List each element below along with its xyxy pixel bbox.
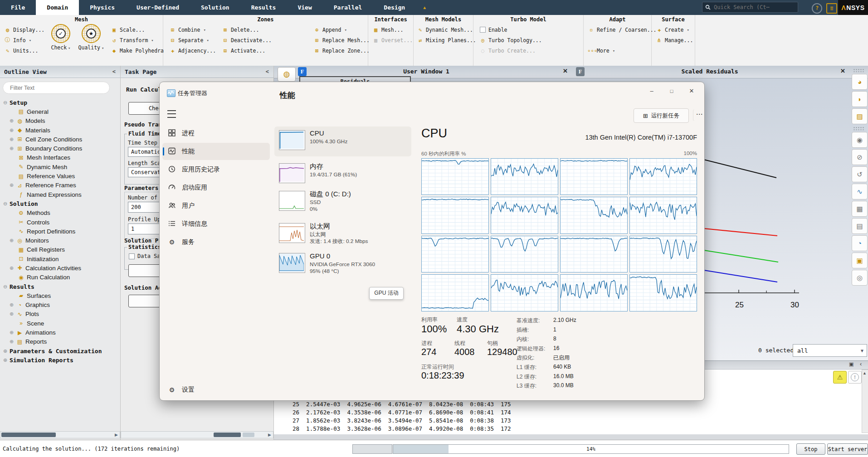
tree-item-solution[interactable]: ⊖Solution bbox=[0, 199, 119, 208]
mixing-planes-button[interactable]: ⇄Mixing Planes... bbox=[416, 35, 476, 45]
replace-zone-button[interactable]: ⊠Replace Zone... bbox=[313, 45, 370, 56]
scroll-thumb[interactable] bbox=[1, 433, 56, 437]
expand-icon[interactable]: ⊕ bbox=[8, 146, 15, 151]
eye-button[interactable]: ◉ bbox=[852, 132, 868, 148]
tree-item-reference-values[interactable]: ▤Reference Values bbox=[0, 171, 119, 180]
scaled-residuals-close-icon[interactable]: ✕ bbox=[840, 68, 845, 74]
tree-item-report-definitions[interactable]: ∿Report Definitions bbox=[0, 227, 119, 236]
tree-item-simulation-reports[interactable]: ⊕Simulation Reports bbox=[0, 355, 119, 365]
menu-tab-user-defined[interactable]: User-Defined bbox=[126, 0, 190, 15]
task-page-collapse-icon[interactable]: < bbox=[266, 68, 269, 75]
tree-item-cell-zone-conditions[interactable]: ⊕⊞Cell Zone Conditions bbox=[0, 135, 119, 144]
doc-panel-icon[interactable]: ≣ bbox=[826, 3, 837, 14]
delete-button[interactable]: ⊠Delete... bbox=[221, 24, 272, 35]
taskmgr-nav-startup-apps[interactable]: 启动应用 bbox=[162, 179, 270, 196]
tree-item-general[interactable]: ▤General bbox=[0, 107, 119, 116]
tree-item-monitors[interactable]: ⊕◎Monitors bbox=[0, 236, 119, 245]
paint-button[interactable]: ◗ bbox=[852, 91, 868, 107]
tree-item-reference-frames[interactable]: ⊕⊿Reference Frames bbox=[0, 181, 119, 190]
info-filter-button[interactable]: ! bbox=[848, 371, 862, 384]
turbo-topology-button[interactable]: ◎Turbo Topology... bbox=[479, 35, 542, 45]
outline-collapse-icon[interactable]: < bbox=[112, 68, 116, 75]
taskpage-hscrollbar[interactable]: ▶ bbox=[121, 431, 273, 438]
taskmgr-nav-users[interactable]: 用户 bbox=[162, 197, 270, 214]
collapse-icon[interactable]: ⊖ bbox=[2, 201, 9, 207]
taskmgr-nav-processes[interactable]: 进程 bbox=[162, 125, 270, 142]
scroll-thumb[interactable] bbox=[214, 433, 241, 437]
check-button[interactable]: ✓Check▾ bbox=[47, 24, 75, 51]
expand-icon[interactable]: ⊕ bbox=[8, 136, 15, 142]
ribbon-collapse-icon[interactable]: ▲ bbox=[416, 0, 433, 15]
maximize-button[interactable]: □ bbox=[662, 85, 682, 97]
dynamic-mesh-button[interactable]: ✎Dynamic Mesh... bbox=[416, 24, 476, 35]
user-window-close-icon[interactable]: ✕ bbox=[563, 68, 568, 74]
menu-tab-view[interactable]: View bbox=[287, 0, 322, 15]
tree-item-setup[interactable]: ⊖Setup bbox=[0, 98, 119, 107]
fluent-tab-icon-2[interactable]: F bbox=[576, 67, 585, 76]
display-button[interactable]: ◍Display... bbox=[4, 24, 44, 35]
menu-tab-file[interactable]: File bbox=[0, 0, 36, 15]
surface-create-button[interactable]: ✚Create▾ bbox=[655, 24, 693, 35]
close-button[interactable]: ✕ bbox=[682, 85, 702, 97]
interfaces-mesh-button[interactable]: ▦Mesh... bbox=[372, 24, 413, 35]
tree-item-boundary-conditions[interactable]: ⊕⊞Boundary Conditions bbox=[0, 144, 119, 153]
help-icon[interactable]: ? bbox=[812, 3, 822, 14]
outline-hscrollbar[interactable]: ▶ bbox=[0, 431, 120, 438]
menu-tab-design[interactable]: Design bbox=[373, 0, 416, 15]
tree-item-named-expressions[interactable]: ƒNamed Expressions bbox=[0, 190, 119, 199]
dock-icon[interactable]: ▣ bbox=[849, 361, 853, 367]
start-server-button[interactable]: Start server bbox=[827, 443, 868, 455]
expand-icon[interactable]: ⊕ bbox=[8, 118, 15, 124]
tree-item-parameters-customization[interactable]: ⊕Parameters & Customization bbox=[0, 346, 119, 355]
tree-item-reports[interactable]: ⊕▤Reports bbox=[0, 337, 119, 346]
taskmgr-nav-details[interactable]: 详细信息 bbox=[162, 215, 270, 233]
scroll-arrow-icon[interactable]: ▶ bbox=[115, 433, 118, 437]
expand-icon[interactable]: ⊕ bbox=[2, 348, 9, 354]
deactivate-button[interactable]: ⊟Deactivate... bbox=[221, 35, 272, 45]
console-vscrollbar[interactable]: ▲ bbox=[862, 369, 868, 433]
menu-tab-physics[interactable]: Physics bbox=[79, 0, 126, 15]
menu-tab-results[interactable]: Results bbox=[240, 0, 287, 15]
perf-card-cpu[interactable]: CPU100% 4.30 GHz bbox=[274, 126, 411, 156]
fluent-tab-icon[interactable]: F bbox=[298, 67, 307, 76]
tree-item-models[interactable]: ⊕◍Models bbox=[0, 117, 119, 126]
residual-chart-button[interactable]: ∿ bbox=[852, 184, 868, 199]
perf-card-eth[interactable]: 以太网以太网发送: 1.4 接收: 0.2 Mbps bbox=[274, 219, 411, 248]
expand-icon[interactable]: ⊕ bbox=[8, 302, 15, 308]
menu-tab-solution[interactable]: Solution bbox=[190, 0, 240, 15]
tree-item-scene[interactable]: »Scene bbox=[0, 319, 119, 328]
tree-item-methods[interactable]: ⚙Methods bbox=[0, 209, 119, 218]
tree-item-results[interactable]: ⊖Results bbox=[0, 282, 119, 291]
append-button[interactable]: ⊕Append▾ bbox=[313, 24, 370, 35]
tree-item-calculation-activities[interactable]: ⊕✚Calculation Activities bbox=[0, 263, 119, 272]
grid-button[interactable]: ▦ bbox=[852, 201, 868, 217]
expand-icon[interactable]: ⊕ bbox=[8, 127, 15, 133]
minimize-button[interactable]: – bbox=[642, 85, 662, 97]
settings-nav-item[interactable]: ⚙ 设置 bbox=[162, 381, 270, 399]
transform-button[interactable]: ↺Transform▾ bbox=[110, 35, 164, 45]
turbo-enable-button[interactable]: Enable bbox=[479, 24, 542, 35]
tree-item-graphics[interactable]: ⊕◔Graphics bbox=[0, 301, 119, 310]
hamburger-menu-icon[interactable] bbox=[167, 110, 176, 118]
more-button[interactable]: ∘∘∘More▾ bbox=[587, 45, 657, 56]
tree-item-mesh-interfaces[interactable]: ⊠Mesh Interfaces bbox=[0, 153, 119, 162]
expand-icon[interactable]: ⊕ bbox=[8, 238, 15, 243]
combine-button[interactable]: ⊞Combine▾ bbox=[169, 24, 216, 35]
report-button[interactable]: ▤ bbox=[852, 218, 868, 234]
make-polyhedra-button[interactable]: ◆Make Polyhedra bbox=[110, 45, 164, 56]
surface-pair-button[interactable]: ◕ bbox=[852, 74, 868, 90]
turbo-enable-checkbox[interactable] bbox=[480, 27, 486, 33]
tree-item-controls[interactable]: ✂Controls bbox=[0, 218, 119, 227]
perf-card-gpu[interactable]: GPU 0NVIDIA GeForce RTX 306095% (48 °C) bbox=[274, 249, 411, 280]
tree-item-dynamic-mesh[interactable]: ✎Dynamic Mesh bbox=[0, 162, 119, 171]
more-options-button[interactable]: ⋯ bbox=[693, 109, 705, 121]
taskmgr-nav-services[interactable]: ⚙服务 bbox=[162, 233, 270, 251]
hatch-button[interactable]: ▨ bbox=[852, 108, 868, 124]
perf-card-disk[interactable]: 磁盘 0 (C: D:)SSD0% bbox=[274, 187, 411, 217]
collapse-left-icon[interactable]: ‹ bbox=[860, 360, 862, 367]
taskmgr-nav-app-history[interactable]: 应用历史记录 bbox=[162, 161, 270, 178]
menu-tab-parallel[interactable]: Parallel bbox=[323, 0, 373, 15]
info-button[interactable]: ⓘInfo▾ bbox=[4, 35, 44, 45]
menu-tab-domain[interactable]: Domain bbox=[36, 0, 79, 15]
expand-icon[interactable]: ⊕ bbox=[8, 182, 15, 188]
